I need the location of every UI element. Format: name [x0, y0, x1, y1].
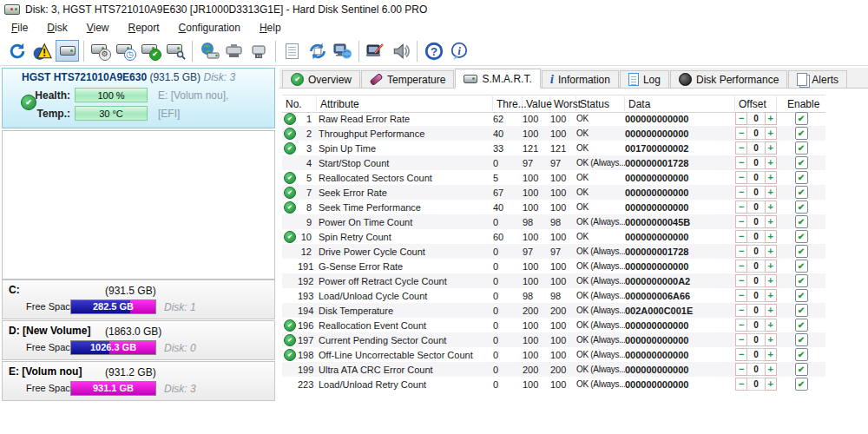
- offset-increase-button[interactable]: +: [765, 304, 777, 317]
- col-value[interactable]: Value: [523, 96, 550, 111]
- enable-checkbox[interactable]: ✔: [795, 304, 808, 317]
- offset-increase-button[interactable]: +: [765, 127, 777, 140]
- enable-checkbox[interactable]: ✔: [795, 156, 808, 169]
- offset-increase-button[interactable]: +: [765, 348, 777, 361]
- sound-button[interactable]: [388, 39, 413, 63]
- smart-row[interactable]: ✔ 192 Power off Retract Cycle Count 0 10…: [282, 273, 825, 288]
- offset-decrease-button[interactable]: −: [735, 156, 747, 169]
- enable-checkbox[interactable]: ✔: [795, 215, 808, 228]
- offset-decrease-button[interactable]: −: [735, 201, 747, 214]
- smart-row[interactable]: ✔ 198 Off-Line Uncorrectable Sector Coun…: [282, 347, 825, 362]
- offset-increase-button[interactable]: +: [765, 230, 777, 243]
- tab-disk-performance[interactable]: Disk Performance: [670, 70, 787, 88]
- smart-row[interactable]: ✔ 8 Seek Time Performance 40 100 100 OK …: [282, 200, 825, 214]
- smart-row[interactable]: ✔ 199 Ultra ATA CRC Error Count 0 200 20…: [282, 362, 825, 377]
- menu-report[interactable]: Report: [121, 20, 171, 36]
- offset-increase-button[interactable]: +: [765, 289, 777, 302]
- tab-log[interactable]: Log: [620, 70, 669, 88]
- smart-row[interactable]: ✔ 4 Start/Stop Count 0 97 97 OK (Always.…: [282, 155, 825, 170]
- selected-disk-panel[interactable]: HGST HTS721010A9E630 (931.5 GB) Disk: 3 …: [2, 68, 275, 128]
- smart-row[interactable]: ✔ 3 Spin Up Time 33 121 121 OK 001700000…: [282, 141, 825, 155]
- offset-decrease-button[interactable]: −: [735, 378, 747, 391]
- tab-information[interactable]: i Information: [542, 70, 619, 88]
- smart-row[interactable]: ✔ 194 Disk Temperature 0 200 200 OK (Alw…: [282, 303, 825, 318]
- smart-row[interactable]: ✔ 193 Load/Unload Cycle Count 0 98 98 OK…: [282, 288, 825, 303]
- enable-checkbox[interactable]: ✔: [795, 378, 808, 391]
- help-button[interactable]: ?: [421, 39, 446, 63]
- smart-row[interactable]: ✔ 197 Current Pending Sector Count 0 100…: [282, 332, 825, 347]
- partition-panel[interactable]: D: [New Volume] (1863.0 GB) Free Space 1…: [2, 320, 275, 360]
- col-attribute[interactable]: Attribute: [317, 96, 493, 111]
- smart-row[interactable]: ✔ 1 Raw Read Error Rate 62 100 100 OK 00…: [282, 111, 825, 126]
- offset-increase-button[interactable]: +: [765, 260, 777, 273]
- disk-test-ok-button[interactable]: ✔: [138, 39, 163, 63]
- col-enable[interactable]: Enable: [777, 96, 825, 111]
- offset-decrease-button[interactable]: −: [735, 260, 747, 273]
- offset-increase-button[interactable]: +: [765, 378, 777, 391]
- enable-checkbox[interactable]: ✔: [795, 141, 808, 155]
- enable-checkbox[interactable]: ✔: [795, 363, 808, 376]
- menu-help[interactable]: Help: [252, 20, 293, 36]
- enable-checkbox[interactable]: ✔: [795, 186, 808, 199]
- smart-row[interactable]: ✔ 2 Throughput Performance 40 100 100 OK…: [282, 126, 825, 141]
- offset-increase-button[interactable]: +: [765, 319, 777, 332]
- disk-schedule-button[interactable]: ◷: [113, 39, 138, 63]
- info-button[interactable]: i: [446, 39, 471, 63]
- enable-checkbox[interactable]: ✔: [795, 127, 808, 140]
- offset-decrease-button[interactable]: −: [735, 333, 747, 346]
- enable-checkbox[interactable]: ✔: [795, 230, 808, 243]
- offset-increase-button[interactable]: +: [765, 156, 777, 169]
- partition-panel[interactable]: E: [Volum nou] (931.2 GB) Free Space 931…: [2, 361, 275, 401]
- smart-row[interactable]: ✔ 196 Reallocation Event Count 0 100 100…: [282, 318, 825, 332]
- smart-row[interactable]: ✔ 10 Spin Retry Count 60 100 100 OK 0000…: [282, 229, 825, 244]
- disk-connector-button[interactable]: [221, 39, 247, 63]
- smart-row[interactable]: ✔ 5 Reallocated Sectors Count 5 100 100 …: [282, 170, 825, 185]
- smart-row[interactable]: ✔ 7 Seek Error Rate 67 100 100 OK 000000…: [282, 185, 825, 200]
- offset-decrease-button[interactable]: −: [735, 304, 747, 317]
- enable-checkbox[interactable]: ✔: [795, 274, 808, 287]
- col-no[interactable]: No.: [282, 96, 317, 111]
- menu-file[interactable]: File: [3, 20, 39, 36]
- offset-decrease-button[interactable]: −: [735, 348, 747, 361]
- send-report-button[interactable]: [305, 39, 330, 63]
- offset-decrease-button[interactable]: −: [735, 245, 747, 258]
- smart-row[interactable]: ✔ 9 Power On Time Count 0 98 98 OK (Alwa…: [282, 214, 825, 229]
- enable-checkbox[interactable]: ✔: [795, 201, 808, 214]
- offset-decrease-button[interactable]: −: [735, 215, 747, 228]
- smart-row[interactable]: ✔ 191 G-Sense Error Rate 0 100 100 OK (A…: [282, 259, 825, 273]
- report-button[interactable]: [279, 39, 305, 63]
- offset-increase-button[interactable]: +: [765, 112, 777, 125]
- offset-decrease-button[interactable]: −: [735, 112, 747, 125]
- smart-row[interactable]: ✔ 223 Load/Unload Retry Count 0 100 100 …: [282, 377, 825, 391]
- col-status[interactable]: Status: [576, 96, 625, 111]
- tab-temperature[interactable]: Temperature: [361, 70, 454, 88]
- enable-checkbox[interactable]: ✔: [795, 348, 808, 361]
- enable-checkbox[interactable]: ✔: [795, 289, 808, 302]
- disk-overview-button[interactable]: [55, 39, 80, 63]
- disk-plug-button[interactable]: [247, 39, 272, 63]
- network-status-button[interactable]: [330, 39, 355, 63]
- offset-increase-button[interactable]: +: [765, 201, 777, 214]
- surface-warning-button[interactable]: [30, 39, 55, 63]
- enable-checkbox[interactable]: ✔: [795, 260, 808, 273]
- enable-checkbox[interactable]: ✔: [795, 171, 808, 184]
- col-threshold[interactable]: Thre...: [493, 96, 523, 111]
- smart-row[interactable]: ✔ 12 Drive Power Cycle Count 0 97 97 OK …: [282, 244, 825, 259]
- offset-increase-button[interactable]: +: [765, 171, 777, 184]
- offset-increase-button[interactable]: +: [765, 274, 777, 287]
- offset-decrease-button[interactable]: −: [735, 127, 747, 140]
- enable-checkbox[interactable]: ✔: [795, 319, 808, 332]
- offset-increase-button[interactable]: +: [765, 186, 777, 199]
- disk-tree-box[interactable]: [2, 130, 275, 279]
- tab-overview[interactable]: ✔ Overview: [282, 70, 360, 88]
- enable-checkbox[interactable]: ✔: [795, 112, 808, 125]
- offset-decrease-button[interactable]: −: [735, 186, 747, 199]
- menu-view[interactable]: View: [79, 20, 121, 36]
- col-worst[interactable]: Worst: [550, 96, 576, 111]
- remote-monitor-button[interactable]: [363, 39, 388, 63]
- menu-configuration[interactable]: Configuration: [171, 20, 252, 36]
- partition-panel[interactable]: C: (931.5 GB) Free Space 282.5 GB Disk: …: [2, 279, 275, 319]
- tab-smart[interactable]: S.M.A.R.T.: [455, 69, 540, 89]
- offset-increase-button[interactable]: +: [765, 363, 777, 376]
- offset-increase-button[interactable]: +: [765, 333, 777, 346]
